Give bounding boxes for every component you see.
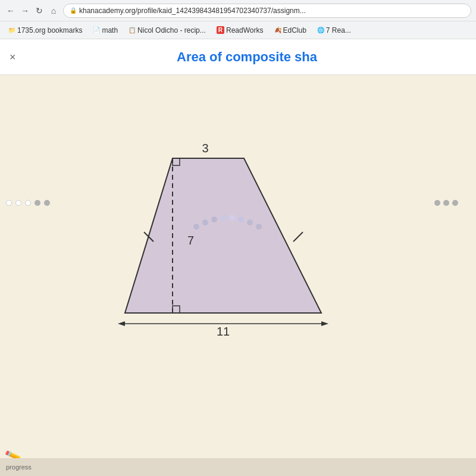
bookmark-math-label: math [102, 26, 118, 35]
browser-bar: ← → ↻ ⌂ 🔒 khanacademy.org/profile/kaid_1… [0, 0, 476, 21]
browser-navigation: ← → ↻ ⌂ [5, 5, 60, 17]
dot [434, 200, 440, 206]
dot [15, 200, 21, 206]
svg-point-15 [247, 220, 253, 226]
svg-point-12 [220, 215, 226, 221]
address-bar[interactable]: 🔒 khanacademy.org/profile/kaid_142439843… [63, 4, 471, 18]
bookmark-folder-icon: 📁 [8, 27, 15, 33]
svg-marker-0 [125, 158, 321, 313]
svg-marker-6 [321, 321, 328, 326]
forward-button[interactable]: → [19, 5, 31, 17]
bookmark-edclub-icon: 🍂 [274, 27, 281, 33]
bottom-label: 11 [217, 325, 230, 338]
dots-left-decoration [0, 194, 56, 212]
top-label: 3 [202, 142, 208, 155]
back-button[interactable]: ← [5, 5, 17, 17]
bookmark-math[interactable]: 📄 math [89, 25, 121, 36]
bookmark-7rea-label: 7 Rea... [326, 26, 351, 35]
svg-point-16 [256, 224, 262, 230]
close-button[interactable]: × [10, 51, 16, 63]
bookmark-nicol-icon: 📋 [129, 27, 136, 33]
dot [25, 200, 31, 206]
svg-line-8 [293, 232, 303, 242]
dot [35, 200, 40, 206]
bookmark-7rea[interactable]: 🌐 7 Rea... [314, 25, 355, 36]
page-title: Area of composite sha [30, 49, 464, 65]
content-area: × Area of composite sha 3 7 [0, 39, 476, 476]
url-text: khanacademy.org/profile/kaid_14243984348… [79, 7, 306, 15]
bookmark-readworks-label: ReadWorks [226, 26, 263, 35]
bookmark-readworks[interactable]: R ReadWorks [213, 25, 267, 36]
progress-text: progress [6, 464, 32, 471]
bookmarks-bar: 📁 1735.org bookmarks 📄 math 📋 Nicol Odic… [0, 21, 476, 39]
dot [44, 200, 50, 206]
bookmark-1735-label: 1735.org bookmarks [17, 26, 82, 35]
bookmark-readworks-icon: R [217, 26, 224, 34]
home-button[interactable]: ⌂ [48, 5, 60, 17]
bookmark-edclub[interactable]: 🍂 EdClub [271, 25, 310, 36]
bookmark-1735[interactable]: 📁 1735.org bookmarks [5, 25, 86, 36]
dot [6, 200, 12, 206]
svg-marker-5 [118, 321, 125, 326]
bookmark-edclub-label: EdClub [283, 26, 306, 35]
bookmark-nicol-label: Nicol Odicho - recip... [137, 26, 206, 35]
dot [443, 200, 449, 206]
svg-point-9 [193, 224, 199, 230]
reload-button[interactable]: ↻ [33, 5, 45, 17]
dot [452, 200, 458, 206]
svg-point-14 [238, 217, 244, 223]
trapezoid-diagram: 3 7 11 [113, 129, 363, 343]
height-label: 7 [187, 234, 194, 247]
diagram-container: 3 7 11 [0, 75, 476, 396]
dots-right-decoration [428, 194, 464, 212]
svg-point-10 [202, 220, 208, 226]
bookmark-nicol[interactable]: 📋 Nicol Odicho - recip... [125, 25, 209, 36]
svg-point-13 [229, 215, 235, 221]
bookmark-math-icon: 📄 [93, 27, 100, 33]
progress-bar: progress [0, 458, 476, 476]
bookmark-7rea-icon: 🌐 [317, 27, 324, 33]
svg-point-11 [211, 217, 217, 223]
page-header: × Area of composite sha [0, 39, 476, 75]
lock-icon: 🔒 [70, 7, 77, 14]
